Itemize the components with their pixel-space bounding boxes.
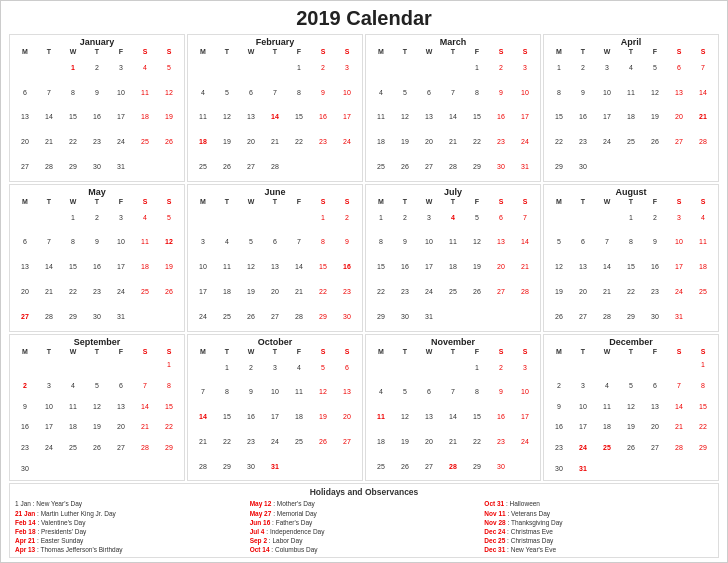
calendar-day: 6 (571, 230, 595, 255)
calendar-day (369, 355, 393, 380)
calendar-day: 2 (489, 355, 513, 380)
calendar-day: 25 (133, 129, 157, 154)
calendar-day: 9 (393, 230, 417, 255)
calendar-day: 24 (191, 304, 215, 329)
holiday-column-3: Oct 31 : HalloweenNov 11 : Veterans DayN… (484, 499, 713, 554)
month-october: OctoberMTWTFSS12345678910111213141516171… (187, 334, 363, 482)
calendar-day: 11 (133, 80, 157, 105)
calendar-day: 12 (311, 379, 335, 404)
calendar-day: 11 (61, 396, 85, 417)
calendar-day: 1 (287, 55, 311, 80)
header-s-5: S (311, 48, 335, 55)
calendar-day: 28 (667, 437, 691, 458)
header-t-1: T (393, 48, 417, 55)
header-w-2: W (61, 198, 85, 205)
calendar-day: 12 (643, 80, 667, 105)
calendar-day: 17 (37, 417, 61, 438)
calendar-day (691, 304, 715, 329)
calendar-day: 25 (133, 279, 157, 304)
header-s-6: S (513, 198, 537, 205)
month-title-june: June (191, 187, 359, 197)
header-w-2: W (417, 348, 441, 355)
calendar-day: 5 (157, 55, 181, 80)
calendar-day: 30 (239, 454, 263, 479)
calendar-day (393, 355, 417, 380)
calendar-day (263, 55, 287, 80)
calendar-day: 16 (311, 105, 335, 130)
calendar-day (287, 454, 311, 479)
calendar-day: 24 (109, 279, 133, 304)
calendar-day: 12 (215, 105, 239, 130)
calendar-day (489, 304, 513, 329)
calendar-day (619, 355, 643, 376)
calendar-day (311, 154, 335, 179)
calendar-day: 4 (691, 205, 715, 230)
calendar-day: 29 (465, 454, 489, 479)
calendar-day: 5 (393, 379, 417, 404)
calendar-day: 25 (287, 429, 311, 454)
calendar-day (191, 355, 215, 380)
calendar-day (619, 154, 643, 179)
calendar-day: 10 (513, 379, 537, 404)
month-april: AprilMTWTFSS1234567891011121314151617181… (543, 34, 719, 182)
calendar-day: 19 (157, 105, 181, 130)
calendar-day: 19 (311, 404, 335, 429)
calendar-day: 30 (489, 454, 513, 479)
header-t-1: T (37, 48, 61, 55)
calendar-day: 9 (489, 80, 513, 105)
calendar-day: 16 (393, 254, 417, 279)
holidays-title: Holidays and Observances (15, 487, 713, 497)
header-f-4: F (465, 348, 489, 355)
calendar-day: 22 (619, 279, 643, 304)
header-t-1: T (215, 348, 239, 355)
calendar-day (13, 205, 37, 230)
calendar-day: 10 (513, 80, 537, 105)
calendar-day: 7 (37, 230, 61, 255)
month-title-november: November (369, 337, 537, 347)
calendar-day: 31 (109, 304, 133, 329)
calendar-day: 15 (311, 254, 335, 279)
header-w-2: W (61, 48, 85, 55)
header-f-4: F (109, 348, 133, 355)
calendar-day: 2 (489, 55, 513, 80)
calendar-day: 4 (215, 230, 239, 255)
header-t-3: T (85, 48, 109, 55)
month-title-september: September (13, 337, 181, 347)
calendar-day: 7 (595, 230, 619, 255)
header-m-0: M (547, 348, 571, 355)
calendar-day: 18 (441, 254, 465, 279)
calendar-day: 19 (239, 279, 263, 304)
calendar-day: 9 (311, 80, 335, 105)
calendar-day (157, 304, 181, 329)
calendar-day: 22 (465, 129, 489, 154)
calendar-day: 26 (215, 154, 239, 179)
calendar-day: 29 (465, 154, 489, 179)
calendar-day: 11 (595, 396, 619, 417)
calendar-day: 21 (667, 417, 691, 438)
calendar-day: 22 (61, 129, 85, 154)
header-f-4: F (643, 348, 667, 355)
calendar-day: 5 (547, 230, 571, 255)
calendar-day: 12 (239, 254, 263, 279)
calendar-day: 12 (85, 396, 109, 417)
calendar-day: 11 (215, 254, 239, 279)
calendar-day: 21 (691, 105, 715, 130)
header-f-4: F (109, 48, 133, 55)
month-title-march: March (369, 37, 537, 47)
calendar-day: 18 (691, 254, 715, 279)
header-w-2: W (417, 198, 441, 205)
calendar-day: 10 (263, 379, 287, 404)
calendar-day: 31 (667, 304, 691, 329)
calendar-day: 4 (133, 205, 157, 230)
calendar-day: 19 (157, 254, 181, 279)
calendar-day: 31 (417, 304, 441, 329)
calendar-day (157, 154, 181, 179)
calendar-day (465, 304, 489, 329)
calendar-day: 28 (37, 154, 61, 179)
calendar-day (369, 55, 393, 80)
calendar-day: 17 (263, 404, 287, 429)
header-s-6: S (513, 48, 537, 55)
holiday-item: Apr 13 : Thomas Jefferson's Birthday (15, 545, 244, 554)
calendar-grid: JanuaryMTWTFSS12345678910111213141516171… (9, 34, 719, 481)
header-s-5: S (311, 198, 335, 205)
